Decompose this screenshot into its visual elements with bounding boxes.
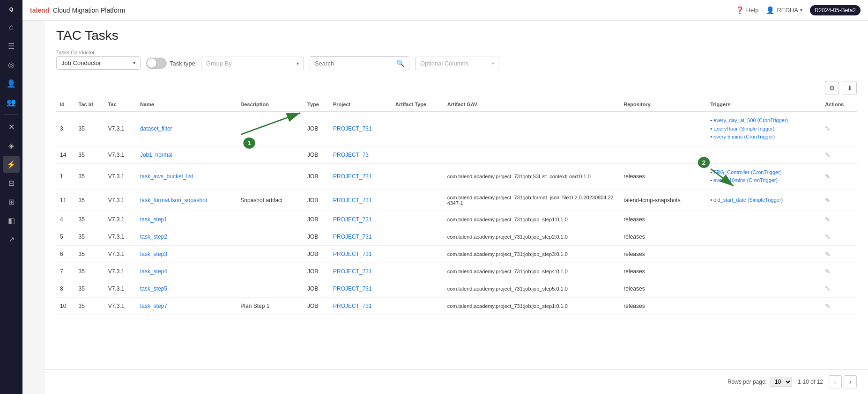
search-icon: 🔍 — [396, 59, 404, 67]
cell-actions: ✎ — [821, 163, 857, 190]
cell-name[interactable]: Job1_normal — [136, 146, 237, 163]
cell-name-link[interactable]: task_formatJson_snpashot — [140, 197, 207, 204]
edit-button[interactable]: ✎ — [825, 268, 831, 275]
cell-name-link[interactable]: task_step5 — [140, 285, 167, 292]
edit-button[interactable]: ✎ — [825, 173, 831, 180]
cell-triggers: every_day_at_500 (CronTrigger)EveryHour … — [706, 111, 821, 146]
cell-project[interactable]: PROJECT_731 — [329, 163, 392, 190]
cell-artifact-gav: com.talend.academy.project_731:job:job_s… — [444, 211, 620, 228]
cell-actions: ✎ — [821, 263, 857, 280]
edit-button[interactable]: ✎ — [825, 302, 831, 310]
cell-project-link[interactable]: PROJECT_731 — [333, 216, 372, 223]
edit-button[interactable]: ✎ — [825, 285, 831, 292]
sidebar-item-tools[interactable]: ✕ — [3, 118, 20, 135]
cell-name[interactable]: task_formatJson_snpashot — [136, 190, 237, 211]
cell-tac-id: 35 — [74, 211, 104, 228]
cell-name[interactable]: task_aws_bucket_list — [136, 163, 237, 190]
edit-button[interactable]: ✎ — [825, 125, 831, 132]
cell-name[interactable]: task_step2 — [136, 228, 237, 245]
user-chevron-icon: ▾ — [800, 7, 802, 13]
edit-button[interactable]: ✎ — [825, 250, 831, 258]
table-download-button[interactable]: ⬇ — [843, 81, 857, 95]
trigger-item: EveryHour (SimpleTrigger) — [710, 125, 817, 133]
next-page-button[interactable]: › — [844, 375, 857, 388]
cell-name-link[interactable]: dataset_filter — [140, 125, 172, 132]
cell-project[interactable]: PROJECT_731 — [329, 211, 392, 228]
topbar: talend Cloud Migration Platform ❓ Help 👤… — [22, 0, 868, 21]
edit-button[interactable]: ✎ — [825, 233, 831, 241]
cell-name-link[interactable]: task_aws_bucket_list — [140, 173, 193, 180]
cell-project[interactable]: PROJECT_731 — [329, 297, 392, 314]
cell-project[interactable]: PROJECT_731 — [329, 280, 392, 297]
cell-project-link[interactable]: PROJECT_731 — [333, 251, 372, 257]
cell-project[interactable]: PROJECT_73 — [329, 146, 392, 163]
cell-project[interactable]: PROJECT_731 — [329, 228, 392, 245]
cell-project[interactable]: PROJECT_731 — [329, 190, 392, 211]
sidebar-item-profile[interactable]: 👤 — [3, 75, 20, 92]
edit-button[interactable]: ✎ — [825, 151, 831, 159]
cell-type: JOB — [304, 245, 329, 263]
cell-project[interactable]: PROJECT_731 — [329, 245, 392, 263]
pagination: Rows per page: 10 25 50 1-10 of 12 ‹ › — [45, 369, 868, 394]
cell-name-link[interactable]: task_step2 — [140, 233, 167, 240]
sidebar-item-map[interactable]: ◧ — [3, 212, 20, 229]
edit-button[interactable]: ✎ — [825, 197, 831, 204]
prev-page-button[interactable]: ‹ — [829, 375, 842, 388]
groupby-dropdown[interactable]: Group By ▾ — [201, 57, 304, 70]
user-menu[interactable]: 👤 REDHA ▾ — [766, 6, 802, 15]
help-button[interactable]: ❓ Help — [735, 6, 759, 15]
table-settings-button[interactable]: ⚙ — [825, 81, 839, 95]
cell-actions: ✎ — [821, 211, 857, 228]
rows-per-page-select[interactable]: 10 25 50 — [770, 377, 792, 387]
cell-name[interactable]: task_step3 — [136, 245, 237, 263]
cell-name-link[interactable]: task_step1 — [140, 216, 167, 223]
platform-name: Cloud Migration Platform — [53, 7, 125, 14]
optional-columns-group: Optional Columns ▾ — [415, 49, 499, 70]
version-badge[interactable]: R2024-05-Beta2 — [810, 5, 861, 15]
sidebar-item-grid[interactable]: ⊞ — [3, 193, 20, 210]
cell-id: 1 — [56, 163, 74, 190]
sidebar-item-tags[interactable]: ◈ — [3, 137, 20, 154]
cell-id: 14 — [56, 146, 74, 163]
sidebar-item-globe[interactable]: ◎ — [3, 56, 20, 73]
cell-name-link[interactable]: task_step4 — [140, 268, 167, 275]
rows-per-page-group: Rows per page: 10 25 50 — [727, 377, 792, 387]
search-input[interactable] — [315, 60, 393, 67]
cell-tac-id: 35 — [74, 245, 104, 263]
rows-per-page-label: Rows per page: — [727, 379, 767, 385]
sidebar-item-layers[interactable]: ⊟ — [3, 175, 20, 191]
cell-name-link[interactable]: task_step7 — [140, 303, 167, 309]
cell-project-link[interactable]: PROJECT_731 — [333, 303, 372, 309]
cell-project-link[interactable]: PROJECT_731 — [333, 268, 372, 275]
cell-project-link[interactable]: PROJECT_731 — [333, 197, 372, 204]
cell-name-link[interactable]: task_step3 — [140, 251, 167, 257]
cell-project[interactable]: PROJECT_731 — [329, 263, 392, 280]
cell-project-link[interactable]: PROJECT_73 — [333, 152, 369, 158]
cell-project-link[interactable]: PROJECT_731 — [333, 125, 372, 132]
cell-artifact-type — [392, 146, 444, 163]
cell-project-link[interactable]: PROJECT_731 — [333, 173, 372, 180]
cell-project[interactable]: PROJECT_731 — [329, 111, 392, 146]
task-type-toggle[interactable] — [146, 58, 167, 69]
sidebar-item-team[interactable]: 👥 — [3, 94, 20, 110]
cell-name-link[interactable]: Job1_normal — [140, 152, 172, 158]
conductor-dropdown[interactable]: Job Conductor ▾ — [56, 56, 141, 70]
cell-artifact-type — [392, 245, 444, 263]
sidebar-item-home[interactable]: ⌂ — [3, 19, 20, 36]
cell-description — [237, 280, 304, 297]
cell-project-link[interactable]: PROJECT_731 — [333, 233, 372, 240]
sidebar-item-tasks[interactable]: ⚡ — [3, 156, 20, 173]
cell-id: 8 — [56, 280, 74, 297]
cell-name[interactable]: dataset_filter — [136, 111, 237, 146]
cell-name[interactable]: task_step5 — [136, 280, 237, 297]
optional-columns-dropdown[interactable]: Optional Columns ▾ — [415, 57, 499, 70]
cell-name[interactable]: task_step1 — [136, 211, 237, 228]
cell-project-link[interactable]: PROJECT_731 — [333, 285, 372, 292]
cell-name[interactable]: task_step4 — [136, 263, 237, 280]
sidebar-item-docs[interactable]: ☰ — [3, 37, 20, 54]
cell-name[interactable]: task_step7 — [136, 297, 237, 314]
sidebar-item-export[interactable]: ↗ — [3, 231, 20, 248]
cell-description — [237, 228, 304, 245]
edit-button[interactable]: ✎ — [825, 216, 831, 223]
cell-triggers: TRG_Controller (CronTrigger)every_10mins… — [706, 163, 821, 190]
